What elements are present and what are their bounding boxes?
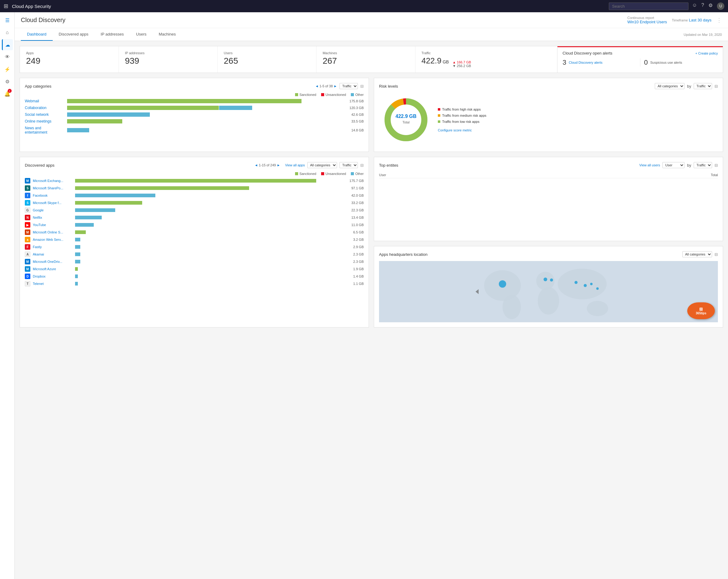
sidebar: ☰ ⌂ ☁ 👁 ⚡ ⚙ 🔔 1 (0, 12, 15, 579)
bar-label-collaboration[interactable]: Collaboration (25, 106, 64, 110)
entity-sort[interactable]: Traffic Users (694, 162, 712, 168)
legend-medium-risk: Traffic from medium risk apps (438, 114, 486, 117)
app-name-akamai[interactable]: Akamai (33, 253, 73, 256)
discovery-alerts-link[interactable]: Cloud Discovery alerts (569, 61, 602, 64)
search-input[interactable] (609, 2, 688, 10)
discovered-apps-controls: ◄ 1-15 of 249 ► View all apps All catego… (255, 162, 364, 168)
risk-sort[interactable]: Traffic Users (694, 83, 712, 89)
discovered-apps-card: Discovered apps ◄ 1-15 of 249 ► View all… (20, 157, 369, 327)
report-label: Continuous report (627, 16, 667, 20)
report-selector[interactable]: Continuous report Win10 Endpoint Users (627, 16, 667, 24)
last-updated: Updated on Mar 19, 2020 (683, 29, 722, 40)
app-name-google[interactable]: Google (33, 208, 73, 212)
app-name-telenet[interactable]: Telenet (33, 282, 73, 286)
tab-machines[interactable]: Machines (153, 28, 182, 41)
bar-label-webmail[interactable]: Webmail (25, 99, 64, 103)
gear-icon[interactable]: ⚙ (708, 2, 713, 10)
location-export-icon[interactable]: ⊟ (714, 252, 718, 257)
report-value[interactable]: Win10 Endpoint Users (627, 20, 667, 24)
sidebar-cloud-icon[interactable]: ☁ (2, 39, 13, 50)
app-bar-fastly (75, 245, 343, 249)
list-item: S Microsoft Skype f... 33.2 GB (25, 200, 364, 206)
da-next-page[interactable]: ► (277, 163, 280, 167)
app-name-onedrive[interactable]: Microsoft OneDriv... (33, 260, 73, 263)
help-icon[interactable]: ? (701, 2, 704, 10)
app-name-youtube[interactable]: YouTube (33, 223, 73, 227)
unsanctioned-label: Unsanctioned (326, 93, 346, 97)
bar-value-collaboration: 120.3 GB (345, 106, 364, 110)
sidebar-filter-icon[interactable]: ⚡ (2, 64, 13, 75)
app-categories-card: App categories ◄ 1-5 of 38 ► Traffic Use… (20, 78, 369, 152)
discovery-count: 3 (563, 58, 566, 67)
timeframe-value[interactable]: Last 30 days (689, 18, 711, 22)
da-category-filter[interactable]: All categories (307, 162, 337, 168)
app-name-aws[interactable]: Amazon Web Serv... (33, 238, 73, 241)
configure-score-link[interactable]: Configure score metric (438, 128, 472, 132)
risk-category-filter[interactable]: All categories (655, 83, 684, 89)
entity-export-icon[interactable]: ⊟ (714, 163, 718, 167)
view-all-apps-btn[interactable]: View all apps (285, 163, 305, 167)
app-name-azure[interactable]: Microsoft Azure (33, 267, 73, 271)
app-value-sharepoint: 97.1 GB (345, 186, 364, 190)
svg-point-11 (587, 301, 608, 316)
app-name-ms-online[interactable]: Microsoft Online S... (33, 230, 73, 234)
tab-users[interactable]: Users (130, 28, 153, 41)
app-name-sharepoint[interactable]: Microsoft SharePo... (33, 186, 73, 190)
app-value-fastly: 2.9 GB (345, 245, 364, 249)
page-header-right: Continuous report Win10 Endpoint Users T… (627, 16, 722, 24)
emoji-icon[interactable]: ☺ (692, 2, 697, 10)
stats-row: Apps 249 IP addresses 939 Users 265 Mach… (20, 46, 723, 73)
high-risk-label: Traffic from high risk apps (442, 107, 481, 111)
app-name-fastly[interactable]: Fastly (33, 245, 73, 249)
sidebar-home-icon[interactable]: ⌂ (2, 27, 13, 38)
stat-traffic-down: ▼ 256.2 GB (452, 64, 471, 68)
more-options-icon[interactable]: ⋮ (717, 17, 722, 24)
risk-levels-header: Risk levels All categories by Traffic Us… (379, 83, 718, 89)
tab-dashboard[interactable]: Dashboard (21, 28, 53, 41)
svg-point-18 (596, 287, 599, 290)
da-sort[interactable]: Traffic Users (339, 162, 358, 168)
tab-ip-addresses[interactable]: IP addresses (94, 28, 130, 41)
stat-machines-value: 267 (323, 56, 409, 66)
sidebar-settings-icon[interactable]: ⚙ (2, 76, 13, 87)
app-bar-youtube (75, 223, 343, 227)
page-header: Cloud Discovery Continuous report Win10 … (15, 12, 728, 28)
app-name-exchange[interactable]: Microsoft Exchang... (33, 179, 73, 183)
svg-point-16 (584, 284, 587, 287)
bar-youtube (75, 223, 94, 227)
app-name-netflix[interactable]: Netflix (33, 216, 73, 219)
user-icon[interactable]: U (717, 2, 724, 10)
da-prev-page[interactable]: ◄ (255, 163, 258, 167)
entity-filter[interactable]: User Machine (662, 162, 684, 168)
svg-point-13 (544, 278, 547, 281)
svg-point-10 (557, 269, 607, 299)
sidebar-menu-icon[interactable]: ☰ (2, 15, 13, 26)
da-export-icon[interactable]: ⊟ (360, 163, 364, 167)
app-name-facebook[interactable]: Facebook (33, 193, 73, 197)
legend-high-risk: Traffic from high risk apps (438, 107, 486, 111)
next-page[interactable]: ► (334, 84, 337, 88)
location-category-filter[interactable]: All categories (682, 251, 712, 257)
app-name-skype[interactable]: Microsoft Skype f... (33, 201, 73, 205)
timeframe-selector[interactable]: Timeframe Last 30 days (672, 18, 711, 22)
app-categories-bars: Webmail 175.8 GB Collaboration 120.3 GB (25, 99, 364, 134)
bar-label-news[interactable]: News and entertainment (25, 126, 64, 134)
sidebar-eye-icon[interactable]: 👁 (2, 51, 13, 62)
bar-dropbox (75, 274, 78, 278)
sidebar-alerts-icon[interactable]: 🔔 1 (2, 88, 13, 99)
stat-machines-label: Machines (323, 51, 409, 55)
bar-blue-social (67, 112, 150, 117)
view-all-users-btn[interactable]: View all users (640, 163, 660, 167)
create-policy-btn[interactable]: + Create policy (695, 51, 718, 55)
prev-page[interactable]: ◄ (315, 84, 319, 88)
grid-icon[interactable]: ⊞ (4, 3, 8, 9)
svg-marker-19 (475, 289, 478, 294)
app-categories-sort[interactable]: Traffic Users (339, 83, 358, 89)
svg-text:422.9 GB: 422.9 GB (395, 114, 416, 119)
bar-label-social[interactable]: Social network (25, 112, 64, 117)
tab-discovered-apps[interactable]: Discovered apps (53, 28, 95, 41)
app-categories-export-icon[interactable]: ⊟ (360, 84, 364, 88)
risk-export-icon[interactable]: ⊟ (714, 84, 718, 88)
bar-label-meetings[interactable]: Online meetings (25, 119, 64, 124)
app-name-dropbox[interactable]: Dropbox (33, 274, 73, 278)
